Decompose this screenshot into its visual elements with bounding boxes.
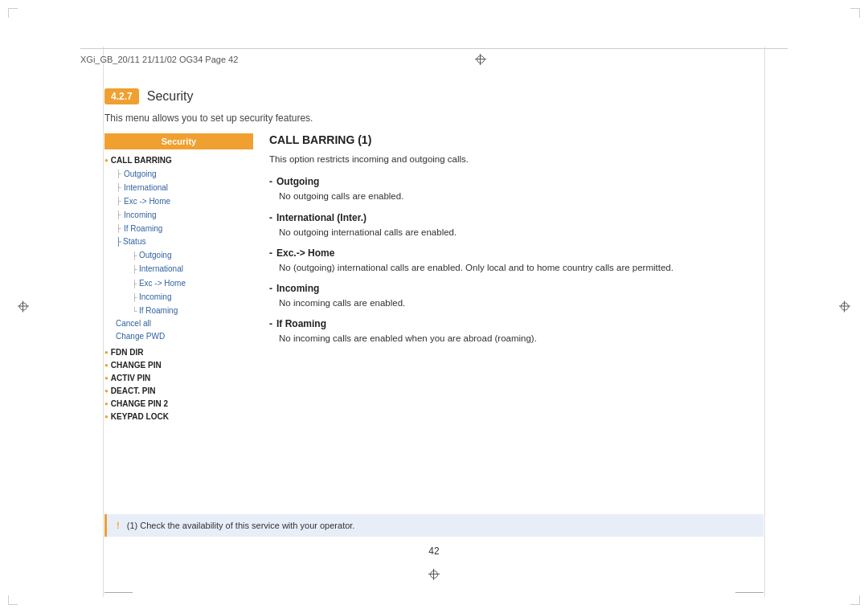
page-number: 42 [428,546,439,557]
menu-item-keypad-lock: ● KEYPAD LOCK [104,411,253,423]
content-section-title-incoming: - Incoming [269,283,764,294]
content-section-title-if-roaming: - If Roaming [269,318,764,329]
tree-char-3: ├ [116,195,122,207]
content-section-international: - International (Inter.) No outgoing int… [269,212,764,239]
main-content: 4.2.7 Security This menu allows you to s… [104,88,764,423]
change-pin2-label: CHANGE PIN 2 [111,398,168,411]
status-if-roaming: └ If Roaming [132,304,253,317]
content-section-body-exc-home: No (outgoing) international calls are en… [269,261,764,275]
exc-home-title: Exc.-> Home [276,247,334,259]
menu-item-call-barring: ● CALL BARRING [104,154,253,167]
tree-char-status: ├ [116,235,121,248]
menu-other-items: ● FDN DIR ● CHANGE PIN ● ACTIV PIN ● [104,346,253,423]
cb-international: International [124,181,168,194]
activ-pin-label: ACTIV PIN [111,372,150,385]
fdn-dir-label: FDN DIR [111,346,144,359]
cb-outgoing: Outgoing [124,167,157,181]
status-exc-home: ├ Exc -> Home [132,276,253,290]
menu-item-change-pin2: ● CHANGE PIN 2 [104,398,253,411]
menu-tree: ● CALL BARRING ├ Outgoing ├ Internationa… [104,154,253,423]
status-incoming: ├ Incoming [132,290,253,304]
menu-sub-outgoing: ├ Outgoing [116,167,253,181]
footer-exclamation-icon: ! [117,521,120,530]
content-section-body-incoming: No incoming calls are enabled. [269,296,764,310]
corner-mark-bl [8,595,18,605]
tree-char-5: ├ [116,223,122,235]
bullet-activ-pin: ● [104,374,108,384]
tree-char-1: ├ [116,168,122,180]
header-area: XGi_GB_20/11 21/11/02 OG34 Page 42 [80,48,788,67]
status-international: ├ International [132,262,253,276]
header-text: XGi_GB_20/11 21/11/02 OG34 Page 42 [80,55,238,64]
content-section-if-roaming: - If Roaming No incoming calls are enabl… [269,318,764,345]
if-roaming-title: If Roaming [276,318,326,329]
menu-item-fdn-dir: ● FDN DIR [104,346,253,359]
menu-sub-incoming: ├ Incoming [116,208,253,222]
menu-sub-international: ├ International [116,181,253,194]
bullet-change-pin2: ● [104,399,108,410]
crop-mark-bl [104,592,133,593]
status-label: Status [123,235,145,248]
cross-mark-bottom [428,569,440,580]
content-section-title-international: - International (Inter.) [269,212,764,223]
reg-mark-left [16,299,31,314]
content-section-title-exc-home: - Exc.-> Home [269,247,764,259]
content-section-body-if-roaming: No incoming calls are enabled when you a… [269,332,764,345]
dash-incoming: - [269,283,272,294]
cb-exc-home: Exc -> Home [124,194,170,208]
keypad-lock-label: KEYPAD LOCK [111,411,169,423]
corner-mark-br [850,595,860,605]
bullet-deact-pin: ● [104,386,108,397]
bullet-keypad-lock: ● [104,412,108,423]
two-col-layout: Security ● CALL BARRING ├ Outgoing [104,133,764,423]
cross-mark-top [475,54,486,65]
dash-if-roaming: - [269,318,272,329]
menu-sub-call-barring: ├ Outgoing ├ International ├ Exc -> Home [104,167,253,235]
menu-item-activ-pin: ● ACTIV PIN [104,372,253,385]
corner-mark-tl [8,8,18,18]
content-title: CALL BARRING (1) [269,133,764,146]
menu-cancel-all: Cancel all [104,317,253,330]
incoming-title: Incoming [276,283,319,294]
tree-char-4: ├ [116,209,122,221]
deact-pin-label: DEACT. PIN [111,385,156,398]
outgoing-title: Outgoing [276,176,319,187]
content-section-body-international: No outgoing international calls are enab… [269,226,764,239]
footer-note-text: (1) Check the availability of this servi… [127,521,355,530]
menu-item-deact-pin: ● DEACT. PIN [104,385,253,398]
dash-international: - [269,212,272,223]
menu-header-box: Security [104,133,253,149]
cb-if-roaming: If Roaming [124,222,162,235]
status-outgoing: ├ Outgoing [132,248,253,262]
menu-status-group: ├ Status ├ Outgoing ├ International ├ [104,235,253,317]
vline-right [764,47,765,597]
bullet-change-pin: ● [104,361,108,371]
bullet-call-barring: ● [104,156,108,166]
menu-change-pwd: Change PWD [104,330,253,343]
left-menu-col: Security ● CALL BARRING ├ Outgoing [104,133,253,423]
bullet-fdn: ● [104,348,108,358]
cross-mark-left [18,300,29,312]
menu-sub-exc-home: ├ Exc -> Home [116,194,253,208]
reg-mark-header [473,52,488,67]
dash-outgoing: - [269,176,272,187]
right-content-col: CALL BARRING (1) This option restricts i… [253,133,764,423]
content-section-incoming: - Incoming No incoming calls are enabled… [269,283,764,310]
reg-mark-right [837,299,852,314]
call-barring-label: CALL BARRING [111,154,172,167]
menu-status-label: ├ Status [116,235,253,248]
crop-mark-br [735,592,764,593]
footer-note: ! (1) Check the availability of this ser… [104,514,764,537]
cross-mark-right [839,300,850,312]
tree-char-2: ├ [116,182,122,194]
change-pin-label: CHANGE PIN [111,359,162,372]
status-sub-items: ├ Outgoing ├ International ├ Exc -> Home… [116,248,253,317]
section-title: Security [147,89,194,104]
content-section-outgoing: - Outgoing No outgoing calls are enabled… [269,176,764,203]
section-badge: 4.2.7 [104,88,139,104]
international-title: International (Inter.) [276,212,366,223]
menu-sub-if-roaming: ├ If Roaming [116,222,253,235]
menu-description: This menu allows you to set up security … [104,112,764,124]
cb-incoming: Incoming [124,208,157,222]
menu-item-change-pin: ● CHANGE PIN [104,359,253,372]
